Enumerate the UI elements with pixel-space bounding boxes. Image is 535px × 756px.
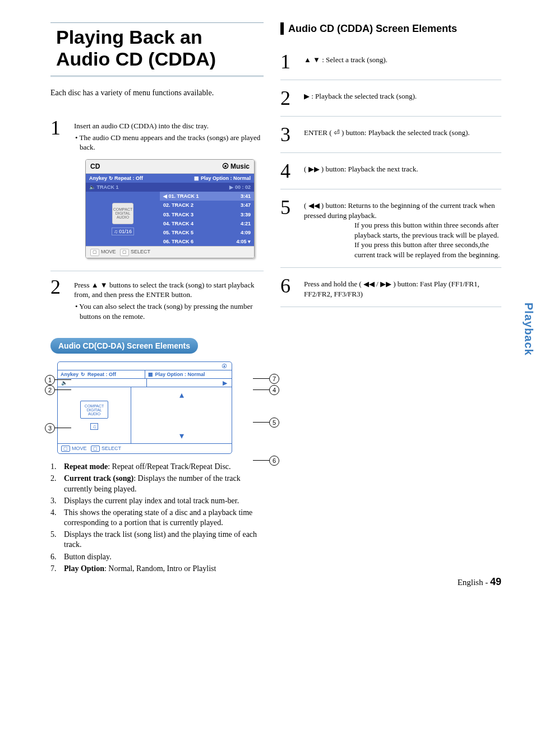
wire-playopt: Play Option : Normal (155, 372, 205, 377)
heading-bar-icon (280, 22, 284, 35)
list-item: 6.Button display. (50, 552, 264, 562)
arrow-up-icon: ▴ (179, 389, 184, 400)
track-time: ▶ 00 : 02 (229, 184, 251, 191)
cd-footer: ▢MOVE ▢SELECT (86, 246, 254, 258)
right-step-1: 1 ▲ ▼ : Select a track (song). (280, 44, 501, 80)
disc-icon: COMPACT DIGITAL AUDIO (80, 401, 108, 419)
callout-2: 2 (45, 385, 55, 395)
side-tab: Playback (522, 303, 535, 356)
step-number: 5 (280, 197, 296, 259)
callout-3: 3 (45, 423, 55, 433)
track-list: ◀ 01. TRACK 13:41 02. TRACK 23:47 03. TR… (160, 192, 254, 246)
track-counter: ♫ 01/16 (112, 228, 134, 235)
wire-repeat: Repeat : Off (87, 372, 116, 377)
right-step-5: 5 ( ◀◀ ) button: Returns to the beginnin… (280, 189, 501, 268)
page-title: Playing Back an Audio CD (CDDA) (50, 22, 264, 76)
callout-1: 1 (45, 375, 55, 385)
list-item: 4.This shows the operating state of a di… (50, 508, 264, 528)
step-text: ▲ ▼ : Select a track (song). (304, 52, 501, 72)
wire-footer: ▢MOVE ▢SELECT (58, 443, 232, 453)
step-text: ( ▶▶ ) button: Playback the next track. (304, 161, 501, 181)
callout-4: 4 (269, 385, 279, 395)
step-number: 4 (280, 161, 296, 181)
step-text: ▶ : Playback the selected track (song). (304, 88, 501, 108)
step-number: 6 (280, 276, 296, 299)
callout-5: 5 (269, 418, 279, 428)
list-item: 1.Repeat mode: Repeat off/Repeat Track/R… (50, 462, 264, 472)
step-number: 2 (50, 277, 66, 321)
step-number: 3 (280, 124, 296, 145)
cd-title: CD (90, 162, 100, 171)
step-sub-text: • You can also select the track (song) b… (74, 302, 264, 321)
list-item: 5.Displays the track list (song list) an… (50, 530, 264, 550)
step-text: ( ◀◀ ) button: Returns to the beginning … (304, 201, 501, 220)
page-footer: English - 49 (458, 576, 501, 588)
playoption-label: ▦ Play Option : Normal (194, 175, 251, 182)
left-step-2: 2 Press ▲ ▼ buttons to select the track … (50, 271, 264, 327)
step-extra-text: If you press this button within three se… (304, 220, 501, 259)
section-capsule: Audio CD(CD-DA) Screen Elements (50, 338, 198, 354)
cd-screenshot: CD ⦿ Music Anykey ↻ Repeat : Off ▦ Play … (85, 159, 255, 258)
wire-counter: ♫ (90, 423, 99, 430)
callout-7: 7 (269, 374, 279, 384)
arrow-down-icon: ▾ (179, 430, 184, 441)
intro-text: Each disc has a variety of menu function… (50, 89, 264, 98)
right-step-6: 6 Press and hold the ( ◀◀ / ▶▶ ) button:… (280, 268, 501, 307)
cd-category: ⦿ Music (222, 162, 250, 171)
right-step-3: 3 ENTER ( ⏎ ) button: Playback the selec… (280, 117, 501, 153)
list-item: 2.Current track (song): Displays the num… (50, 474, 264, 494)
right-step-2: 2 ▶ : Playback the selected track (song)… (280, 80, 501, 117)
step-sub-text: • The audio CD menu appears and the trac… (74, 133, 264, 152)
step-main-text: Press ▲ ▼ buttons to select the track (s… (74, 280, 264, 300)
callout-6: 6 (269, 456, 279, 466)
step-main-text: Insert an audio CD (CDDA) into the disc … (74, 121, 264, 131)
right-step-4: 4 ( ▶▶ ) button: Playback the next track… (280, 153, 501, 189)
wireframe-diagram: 1 2 3 7 4 5 6 ⦿ Anykey ↻ Repeat : Off ▦ … (57, 361, 264, 454)
left-step-1: 1 Insert an audio CD (CDDA) into the dis… (50, 112, 264, 271)
list-item: 3.Displays the current play index and to… (50, 496, 264, 506)
step-number: 1 (50, 118, 66, 265)
step-text: Press and hold the ( ◀◀ / ▶▶ ) button: F… (304, 276, 501, 299)
list-item: 7.Play Option: Normal, Random, Intro or … (50, 564, 264, 574)
repeat-label: Repeat : Off (114, 175, 143, 181)
right-section-heading: Audio CD (CDDA) Screen Elements (280, 22, 501, 35)
step-number: 2 (280, 88, 296, 108)
step-text: ENTER ( ⏎ ) button: Playback the selecte… (304, 124, 501, 145)
explanations-list: 1.Repeat mode: Repeat off/Repeat Track/R… (50, 462, 264, 574)
step-number: 1 (280, 52, 296, 72)
disc-icon: COMPACT DIGITAL AUDIO (112, 203, 133, 224)
current-track: TRACK 1 (97, 184, 119, 190)
